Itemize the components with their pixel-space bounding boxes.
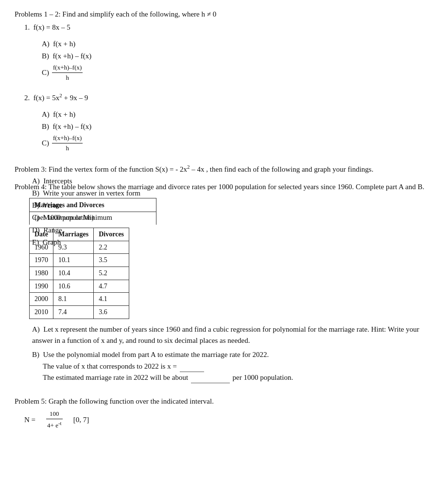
problem-2: 2. f(x) = 5x2 + 9x – 9 A) f(x + h) B) f(… — [24, 87, 433, 153]
table-cell: 3.6 — [94, 306, 129, 319]
table-cell: 10.6 — [53, 280, 94, 293]
problem-3-block: Problem 3: Find the vertex form of the f… — [15, 158, 433, 169]
p5-denominator: 4+ e-t — [46, 419, 63, 430]
problem-1-function: f(x) = 8x – 5 — [34, 23, 70, 31]
part-a-label: A) — [42, 40, 50, 48]
problem-4-partB: B) Use the polynomial model from part A … — [32, 349, 433, 383]
part-b-text: f(x +h) – f(x) — [53, 52, 92, 60]
table-cell: 1990 — [30, 280, 53, 293]
problem-4-intro: Problem 4: The table below shows the mar… — [15, 181, 433, 193]
problem-1-fraction: f(x+h)–f(x) h — [52, 63, 83, 83]
page: Problems 1 – 2: Find and simplify each o… — [0, 0, 448, 498]
problem-3-label: Problem 3: — [15, 165, 47, 173]
part-c-label: C) — [42, 67, 49, 78]
p5-function-label: N = — [24, 414, 35, 426]
table-cell: 3.5 — [94, 254, 129, 267]
table-cell: 2.2 — [94, 241, 129, 254]
p4-b-text2: The value of x that corresponds to 2022 … — [43, 362, 177, 370]
table-row: 199010.64.7 — [30, 280, 129, 293]
problem-5-intro-text: Graph the following function over the in… — [49, 397, 214, 405]
table-cell: 7.4 — [53, 306, 94, 319]
p2-part-a-text: f(x + h) — [53, 110, 75, 118]
p2-part-b-text: f(x +h) – f(x) — [53, 123, 92, 130]
table-cell: 2010 — [30, 306, 53, 319]
p4-b-line2: The value of x that corresponds to 2022 … — [43, 361, 433, 372]
col-header-marriages: Marriages — [53, 228, 94, 241]
problem-2-function: f(x) = 5x2 + 9x – 9 — [34, 94, 88, 102]
p2-part-a-label: A) — [42, 110, 50, 118]
p4-b-line1: B) Use the polynomial model from part A … — [32, 349, 433, 360]
table-row: 197010.13.5 — [30, 254, 129, 267]
p4-b-line3: The estimated marriage rate in 2022 will… — [43, 372, 433, 383]
p2-part-c-label: C) — [42, 138, 49, 149]
p4-b-text3: The estimated marriage rate in 2022 will… — [43, 374, 188, 381]
problem-4-label: Problem 4: — [15, 183, 47, 191]
table-cell: 8.1 — [53, 293, 94, 306]
p4-a-text: Let x represent the number of years sinc… — [32, 325, 419, 344]
table-row: 20008.14.1 — [30, 293, 129, 306]
problem-2-partB: B) f(x +h) – f(x) — [42, 121, 433, 132]
table-row: 198010.45.2 — [30, 267, 129, 280]
table-title: Marriages and Divorces — [29, 198, 156, 212]
problem-2-label: 2. — [24, 94, 30, 102]
blank-rate-value — [191, 383, 230, 383]
p5-interval: [0, 7] — [73, 414, 89, 426]
p5-n-equals: N = — [24, 416, 35, 424]
p4-a-label: A) — [32, 325, 40, 333]
p4-b-text1: Use the polynomial model from part A to … — [43, 351, 269, 358]
table-cell: 9.3 — [53, 241, 94, 254]
p4-b-label: B) — [32, 351, 39, 358]
p5-fraction: 100 4+ e-t — [46, 409, 63, 431]
p5-numerator: 100 — [46, 409, 63, 419]
p4-b-text4: per 1000 population. — [233, 374, 293, 381]
table-row: 19609.32.2 — [30, 241, 129, 254]
table-subtitle: (per 1000 population) — [29, 212, 156, 225]
problem-5-block: Problem 5: Graph the following function … — [15, 396, 433, 431]
table-body: 19609.32.2197010.13.5198010.45.2199010.6… — [30, 241, 129, 319]
part-a-text: f(x + h) — [53, 40, 75, 48]
problem-4-intro-text: The table below shows the marriage and d… — [49, 183, 425, 191]
problem-1: 1. f(x) = 8x – 5 A) f(x + h) B) f(x +h) … — [24, 22, 433, 83]
table-cell: 2000 — [30, 293, 53, 306]
problem-5-intro: Problem 5: Graph the following function … — [15, 396, 433, 407]
data-table-wrapper: Marriages and Divorces (per 1000 populat… — [15, 198, 433, 319]
problem-1-partB: B) f(x +h) – f(x) — [42, 51, 433, 62]
problem-5-function: N = 100 4+ e-t [0, 7] — [24, 409, 433, 431]
problem-1-title: 1. f(x) = 8x – 5 — [24, 22, 433, 33]
problem-4-partA: A) Let x represent the number of years s… — [32, 324, 433, 347]
table-header-row: Date Marriages Divorces — [30, 228, 129, 241]
fraction-denominator: h — [52, 73, 83, 83]
p2-fraction-numerator: f(x+h)–f(x) — [52, 133, 83, 143]
problems-12-title: Problems 1 – 2: Find and simplify each o… — [15, 9, 433, 20]
table-cell: 5.2 — [94, 267, 129, 280]
problem-3-intro-text: Find the vertex form of the function S(x… — [49, 165, 373, 173]
problems-12-block: Problems 1 – 2: Find and simplify each o… — [15, 9, 433, 153]
table-row: 20107.43.6 — [30, 306, 129, 319]
table-cell: 4.1 — [94, 293, 129, 306]
problem-1-partC: C) f(x+h)–f(x) h — [42, 63, 433, 83]
part-b-label: B) — [42, 52, 49, 60]
p2-part-b-label: B) — [42, 123, 49, 130]
table-cell: 4.7 — [94, 280, 129, 293]
problem-2-fraction: f(x+h)–f(x) h — [52, 133, 83, 153]
table-cell: 10.1 — [53, 254, 94, 267]
p2-fraction-denominator: h — [52, 143, 83, 153]
fraction-numerator: f(x+h)–f(x) — [52, 63, 83, 73]
problem-2-partC: C) f(x+h)–f(x) h — [42, 133, 433, 153]
problem-1-label: 1. — [24, 23, 30, 31]
col-header-divorces: Divorces — [94, 228, 129, 241]
problem-5-label: Problem 5: — [15, 397, 47, 405]
table-cell: 1970 — [30, 254, 53, 267]
problem-2-title: 2. f(x) = 5x2 + 9x – 9 — [24, 91, 433, 104]
problem-1-partA: A) f(x + h) — [42, 38, 433, 50]
table-cell: 1980 — [30, 267, 53, 280]
problem-2-partA: A) f(x + h) — [42, 109, 433, 120]
table-cell: 10.4 — [53, 267, 94, 280]
problem-3-intro: Problem 3: Find the vertex form of the f… — [15, 163, 433, 175]
